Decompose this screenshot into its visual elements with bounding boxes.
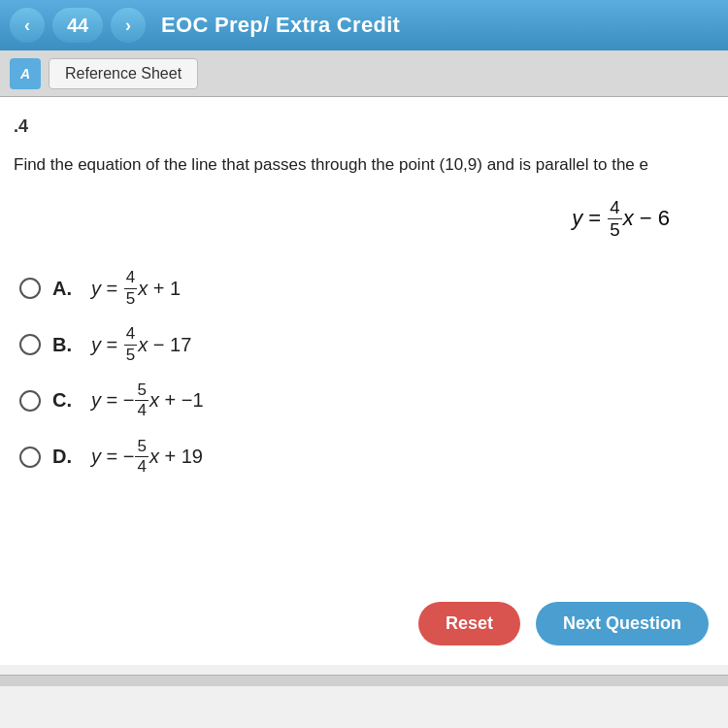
option-a-label: A.	[52, 278, 80, 300]
option-c-equation: y = − 5 4 x + −1	[91, 381, 204, 421]
ref-icon: A	[10, 58, 41, 89]
top-navigation-bar: ‹ 44 › EOC Prep/ Extra Credit	[0, 0, 728, 50]
back-button[interactable]: ‹	[10, 8, 45, 43]
radio-d[interactable]	[19, 447, 41, 468]
option-a[interactable]: A. y = 4 5 x + 1	[19, 268, 709, 309]
reset-button[interactable]: Reset	[418, 602, 520, 645]
reference-sheet-bar: A Reference Sheet	[0, 50, 728, 97]
option-d[interactable]: D. y = − 5 4 x + 19	[19, 437, 709, 478]
next-question-button[interactable]: Next Question	[536, 602, 709, 645]
radio-a[interactable]	[19, 278, 41, 299]
question-section-number: .4	[10, 116, 709, 137]
question-text: Find the equation of the line that passe…	[10, 152, 709, 178]
given-equation: y = 4 5 x − 6	[10, 197, 709, 242]
option-b[interactable]: B. y = 4 5 x − 17	[19, 324, 709, 365]
question-number-label: 44	[67, 15, 88, 37]
reference-sheet-button[interactable]: Reference Sheet	[49, 58, 198, 89]
bottom-divider	[0, 675, 728, 686]
option-a-equation: y = 4 5 x + 1	[91, 268, 181, 309]
forward-button[interactable]: ›	[111, 8, 146, 43]
radio-c[interactable]	[19, 390, 41, 412]
back-icon: ‹	[24, 16, 30, 36]
main-content: .4 Find the equation of the line that pa…	[0, 97, 728, 582]
answer-options-list: A. y = 4 5 x + 1 B. y = 4 5 x − 17	[10, 268, 709, 477]
option-b-label: B.	[52, 334, 80, 356]
option-c[interactable]: C. y = − 5 4 x + −1	[19, 381, 709, 421]
option-d-label: D.	[52, 446, 80, 468]
option-d-equation: y = − 5 4 x + 19	[91, 437, 203, 478]
option-b-equation: y = 4 5 x − 17	[91, 324, 191, 365]
question-number-button[interactable]: 44	[52, 8, 103, 43]
page-title: EOC Prep/ Extra Credit	[161, 13, 400, 38]
option-c-label: C.	[52, 389, 80, 412]
button-area: Reset Next Question	[0, 582, 728, 665]
forward-icon: ›	[125, 16, 131, 36]
radio-b[interactable]	[19, 334, 41, 355]
